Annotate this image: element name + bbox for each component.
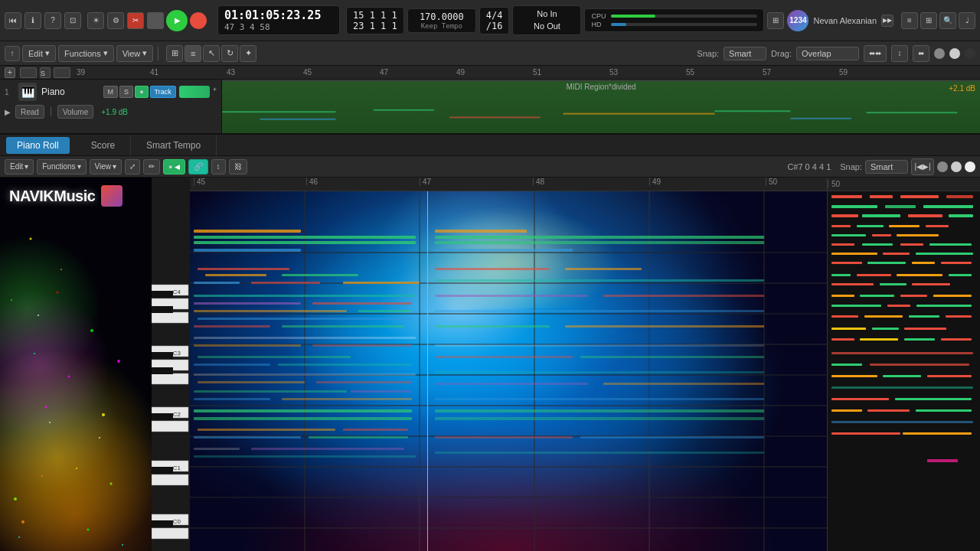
svg-rect-200 xyxy=(831,338,854,341)
svg-rect-137 xyxy=(435,398,764,400)
score-tab[interactable]: Score xyxy=(76,135,131,156)
no-in-label: No In xyxy=(519,8,574,20)
arrow-up-icon[interactable]: ↑ xyxy=(5,46,20,61)
track-fader-mini[interactable] xyxy=(179,86,210,98)
editor-snap-row: C#7 0 4 4 1 Snap: Smart Bar |◀▶| xyxy=(787,158,975,175)
mute-button[interactable]: M xyxy=(103,86,119,98)
link-btn[interactable]: 🔗 xyxy=(188,159,208,174)
add-track-btn[interactable]: + xyxy=(5,67,15,78)
right-notes-panel: 50 xyxy=(827,178,980,551)
svg-rect-111 xyxy=(194,417,412,420)
svg-rect-188 xyxy=(900,295,927,297)
svg-rect-163 xyxy=(889,225,920,227)
track-type-button[interactable]: Track xyxy=(150,86,176,98)
piano-keys[interactable]: C4 C3 C2 C1 C0 C-1 xyxy=(152,178,190,551)
svg-rect-98 xyxy=(194,344,301,347)
snap-select[interactable]: Smart Bar Beat xyxy=(724,47,766,60)
collapse-editor-btn[interactable]: ⤢ xyxy=(125,159,140,174)
svg-rect-210 xyxy=(927,375,972,377)
svg-rect-119 xyxy=(435,230,527,233)
settings-icon[interactable]: ⊞ xyxy=(767,12,784,29)
grid-view-btn[interactable]: ⊞ xyxy=(166,45,183,62)
view-menu-editor[interactable]: View ▾ xyxy=(90,159,122,174)
color-dot-gray[interactable] xyxy=(934,48,945,59)
tempo-display[interactable]: 170.0000 Keep Tempo xyxy=(407,8,476,33)
info-icon[interactable]: ℹ xyxy=(24,12,41,29)
drag-icon[interactable]: ⬌⬌ xyxy=(864,45,887,62)
snap-select-editor[interactable]: Smart Bar xyxy=(865,160,908,174)
svg-point-24 xyxy=(102,413,105,416)
note-icon[interactable]: ♩ xyxy=(959,12,975,29)
list-view-icon[interactable]: ≡ xyxy=(901,12,918,29)
solo-button[interactable]: S xyxy=(119,86,133,98)
svg-point-12 xyxy=(76,468,77,469)
read-mode-btn[interactable]: Read xyxy=(15,105,44,119)
svg-rect-118 xyxy=(194,455,416,458)
chain-tool[interactable]: ⛓ xyxy=(229,159,247,174)
svg-rect-0 xyxy=(222,111,336,112)
snap-row: Snap: Smart Bar Beat Drag: Overlap No Ov… xyxy=(697,45,975,62)
color-dot-light[interactable] xyxy=(949,48,960,59)
midi-button[interactable]: ● xyxy=(135,86,148,98)
color-dot-1[interactable] xyxy=(937,161,948,172)
svg-rect-113 xyxy=(343,429,408,431)
svg-point-20 xyxy=(14,497,17,500)
capture-btn[interactable] xyxy=(54,67,70,78)
align-icon[interactable]: ⬌ xyxy=(913,45,929,62)
svg-rect-197 xyxy=(831,328,866,330)
functions-menu[interactable]: Functions ▾ xyxy=(58,45,114,62)
loop-tool[interactable]: ↻ xyxy=(221,45,238,62)
track-option-btn[interactable] xyxy=(20,67,37,78)
expand-icon[interactable]: ▶▶ xyxy=(881,15,893,27)
brightness-icon[interactable]: ☀ xyxy=(87,12,104,29)
stop-button[interactable] xyxy=(147,12,164,29)
svg-rect-182 xyxy=(949,274,972,276)
svg-point-21 xyxy=(122,544,123,546)
svg-rect-140 xyxy=(435,436,573,439)
main-toolbar: ↑ Edit ▾ Functions ▾ View ▾ ⊞ ≡ ↖ ↻ ✦ Sn… xyxy=(0,41,980,66)
track-content[interactable]: MIDI Region*divided +2.1 dB xyxy=(222,80,980,133)
help-icon[interactable]: ? xyxy=(44,12,61,29)
edit-menu-editor[interactable]: Edit ▾ xyxy=(5,159,34,174)
expand-arrow[interactable]: ▶ xyxy=(5,108,11,116)
ruler-46: 46 xyxy=(306,178,318,186)
play-button[interactable] xyxy=(166,10,188,31)
view-menu[interactable]: View ▾ xyxy=(116,45,154,62)
color-dot-2[interactable] xyxy=(951,161,962,172)
svg-rect-198 xyxy=(872,328,899,330)
record-button[interactable] xyxy=(190,12,207,29)
svg-rect-128 xyxy=(435,310,764,312)
note-roll[interactable]: 45 46 47 48 49 50 xyxy=(190,178,827,551)
svg-rect-154 xyxy=(831,205,877,208)
pencil-tool[interactable]: ✏ xyxy=(143,159,160,174)
window-icon[interactable]: ⊡ xyxy=(64,12,81,29)
midi-in-btn[interactable]: ● ◀ xyxy=(163,159,185,174)
s-button[interactable]: S xyxy=(40,67,51,78)
drag-select[interactable]: Overlap No Overlap xyxy=(796,47,859,60)
grid-view-icon[interactable]: ⊞ xyxy=(920,12,937,29)
zoom-fit-icon[interactable]: |◀▶| xyxy=(911,158,934,175)
ruler-marks-container: 39 41 43 45 47 49 51 53 55 57 59 xyxy=(74,68,916,77)
keep-tempo: Keep Tempo xyxy=(414,22,469,30)
resize-icon[interactable]: ↕ xyxy=(891,45,908,62)
svg-rect-162 xyxy=(857,225,884,227)
volume-param-btn[interactable]: Volume xyxy=(57,105,93,119)
svg-rect-217 xyxy=(831,421,973,423)
svg-rect-211 xyxy=(831,386,973,389)
edit-menu[interactable]: Edit ▾ xyxy=(22,45,56,62)
search-icon[interactable]: 🔍 xyxy=(939,12,956,29)
piano-roll-tab[interactable]: Piano Roll xyxy=(6,137,70,154)
rewind-icon[interactable]: ⏮ xyxy=(5,12,21,29)
smart-tempo-tab[interactable]: Smart Tempo xyxy=(131,135,217,156)
functions-menu-editor[interactable]: Functions ▾ xyxy=(37,159,86,174)
svg-rect-116 xyxy=(194,448,240,450)
scissors-icon[interactable]: ✂ xyxy=(127,12,144,29)
color-dot-3[interactable] xyxy=(965,161,975,172)
cursor-tool[interactable]: ↖ xyxy=(203,45,220,62)
midi-region[interactable]: MIDI Region*divided +2.1 dB xyxy=(222,80,980,133)
list-view-btn[interactable]: ≡ xyxy=(185,45,201,62)
special-tool[interactable]: ✦ xyxy=(240,45,256,62)
quantize-tool[interactable]: ↕ xyxy=(211,159,226,174)
color-dot-dark[interactable] xyxy=(965,48,975,59)
mixer-icon[interactable]: ⚙ xyxy=(107,12,124,29)
